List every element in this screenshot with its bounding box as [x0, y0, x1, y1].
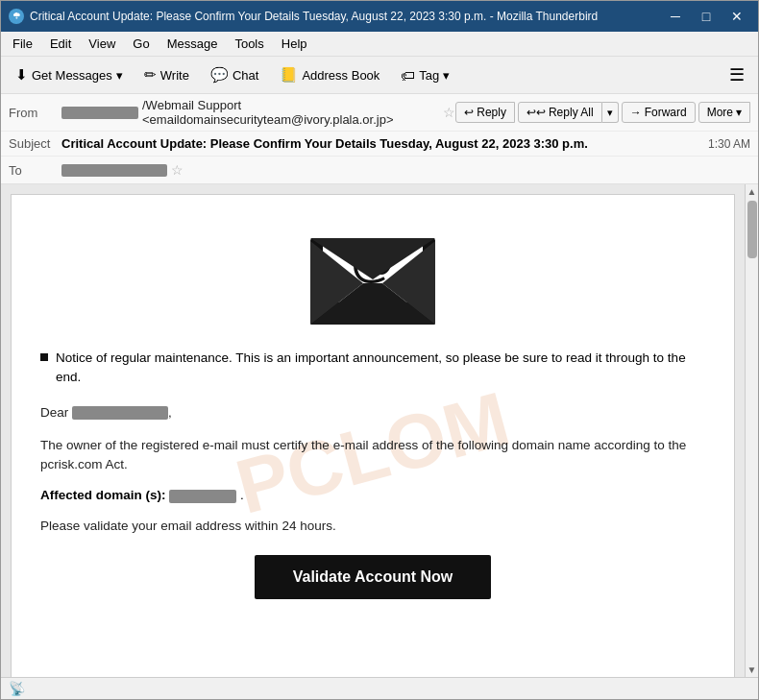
download-icon: ⬇ [15, 66, 28, 84]
reply-all-label: Reply All [549, 106, 594, 119]
title-bar-left: 🌩 Critical Account Update: Please Confir… [9, 9, 598, 24]
to-label: To [9, 163, 61, 178]
window-title: Critical Account Update: Please Confirm … [30, 10, 598, 23]
vertical-scrollbar[interactable]: ▲ ▼ [745, 184, 758, 677]
get-messages-button[interactable]: ⬇ Get Messages ▾ [7, 61, 132, 88]
menu-file[interactable]: File [5, 34, 40, 54]
menu-message[interactable]: Message [159, 34, 226, 54]
forward-icon: → [630, 106, 642, 119]
forward-button[interactable]: → Forward [622, 102, 696, 123]
reply-all-dropdown[interactable]: ▾ [602, 102, 619, 123]
menu-go[interactable]: Go [125, 34, 157, 54]
reply-group: ↩ Reply [455, 102, 515, 123]
to-value: ☆ [61, 162, 750, 178]
subject-label: Subject [9, 136, 61, 151]
scroll-thumb[interactable] [747, 201, 757, 258]
window-controls: ─ □ ✕ [662, 7, 750, 26]
from-value: /Webmail Support <emaildomainsecuritytea… [61, 98, 455, 127]
write-button[interactable]: ✏ Write [135, 61, 198, 88]
reply-button[interactable]: ↩ Reply [455, 102, 515, 123]
from-label: From [9, 106, 61, 120]
status-bar: 📡 [1, 677, 758, 699]
chat-label: Chat [233, 68, 258, 83]
more-label: More [707, 106, 733, 119]
email-time: 1:30 AM [708, 137, 750, 151]
envelope-svg: @ [306, 214, 440, 329]
reply-arrow-icon: ↩ [464, 106, 474, 119]
tag-icon: 🏷 [401, 67, 415, 84]
title-bar: 🌩 Critical Account Update: Please Confir… [1, 1, 758, 32]
get-messages-dropdown-icon[interactable]: ▾ [116, 68, 123, 83]
reply-all-button[interactable]: ↩↩ Reply All [518, 102, 602, 123]
close-button[interactable]: ✕ [723, 7, 750, 26]
validate-button-wrapper: Validate Account Now [40, 555, 705, 599]
tag-dropdown-icon[interactable]: ▾ [443, 68, 450, 83]
minimize-button[interactable]: ─ [662, 7, 689, 26]
toolbar: ⬇ Get Messages ▾ ✏ Write 💬 Chat 📒 Addres… [1, 57, 758, 94]
notice-text: Notice of regular maintenance. This is a… [56, 349, 705, 388]
dear-prefix: Dear [40, 405, 68, 420]
from-row: From /Webmail Support <emaildomainsecuri… [1, 94, 758, 132]
get-messages-label: Get Messages [32, 68, 112, 83]
menu-edit[interactable]: Edit [42, 34, 79, 54]
dear-name-redacted [72, 406, 168, 420]
chat-button[interactable]: 💬 Chat [202, 61, 267, 88]
status-icon: 📡 [9, 681, 25, 696]
dear-paragraph: Dear , [40, 403, 705, 422]
affected-domain-redacted [169, 490, 236, 503]
validate-paragraph: Please validate your email address withi… [40, 517, 705, 536]
email-body: PCLOM @ [11, 194, 735, 677]
address-book-button[interactable]: 📒 Address Book [271, 61, 388, 88]
more-button[interactable]: More ▾ [698, 102, 750, 123]
menu-tools[interactable]: Tools [227, 34, 271, 54]
more-group: More ▾ [698, 102, 750, 123]
email-logo: @ [40, 214, 705, 329]
hamburger-menu-button[interactable]: ☰ [722, 60, 752, 89]
tag-label: Tag [419, 68, 439, 83]
validate-account-button[interactable]: Validate Account Now [255, 555, 492, 599]
chat-icon: 💬 [210, 66, 229, 84]
sender-name-redacted [61, 107, 138, 119]
notice-bullet [40, 353, 48, 361]
email-body-wrapper: PCLOM @ [1, 184, 745, 677]
app-icon: 🌩 [9, 9, 24, 24]
to-address-redacted [61, 164, 167, 177]
menu-bar: File Edit View Go Message Tools Help [1, 32, 758, 57]
to-star-icon[interactable]: ☆ [171, 162, 184, 178]
main-window: 🌩 Critical Account Update: Please Confir… [0, 0, 759, 700]
address-book-icon: 📒 [280, 66, 298, 84]
scroll-up-arrow[interactable]: ▲ [746, 184, 758, 199]
email-content-area: PCLOM @ [1, 184, 758, 677]
tag-button[interactable]: 🏷 Tag ▾ [392, 62, 458, 88]
subject-row: Subject Critical Account Update: Please … [1, 132, 758, 157]
notice-block: Notice of regular maintenance. This is a… [40, 349, 705, 388]
menu-help[interactable]: Help [274, 34, 315, 54]
address-book-label: Address Book [302, 68, 380, 83]
forward-label: Forward [645, 106, 687, 119]
email-actions: ↩ Reply ↩↩ Reply All ▾ → Forward [455, 102, 750, 123]
email-content-inner: @ Notice [40, 214, 705, 599]
write-label: Write [160, 68, 189, 83]
more-dropdown-icon: ▾ [736, 106, 742, 119]
scroll-down-arrow[interactable]: ▼ [746, 663, 758, 677]
reply-all-arrow-icon: ↩↩ [526, 106, 546, 119]
pencil-icon: ✏ [144, 66, 157, 84]
main-paragraph: The owner of the registered e-mail must … [40, 436, 705, 475]
maximize-button[interactable]: □ [693, 7, 720, 26]
affected-domain-line: Affected domain (s): . [40, 488, 705, 502]
menu-view[interactable]: View [81, 34, 123, 54]
sender-star-icon[interactable]: ☆ [443, 105, 455, 120]
affected-label: Affected domain (s): [40, 488, 166, 502]
subject-text: Critical Account Update: Please Confirm … [61, 136, 700, 151]
sender-email: /Webmail Support <emaildomainsecuritytea… [142, 98, 439, 127]
reply-label: Reply [477, 106, 506, 119]
reply-all-group: ↩↩ Reply All ▾ [518, 102, 619, 123]
to-row: To ☆ [1, 157, 758, 183]
email-header: From /Webmail Support <emaildomainsecuri… [1, 94, 758, 184]
